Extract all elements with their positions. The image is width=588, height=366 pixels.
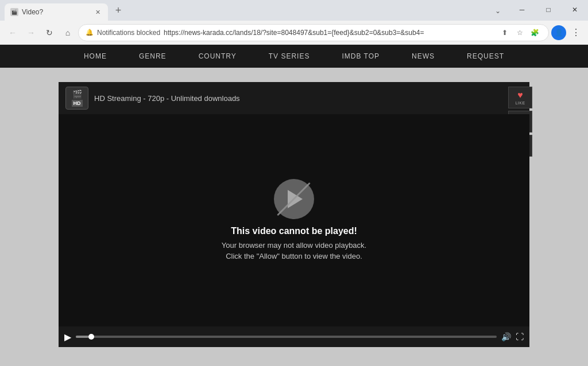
address-bar: ← → ↻ ⌂ 🔔 Notifications blocked https://… xyxy=(0,21,588,45)
website: HOME GENRE COUNTRY TV SERIES IMDB TOP NE… xyxy=(0,45,588,366)
slash-line xyxy=(277,182,311,216)
heart-icon: ♥ xyxy=(517,90,523,100)
blocked-text: This video cannot be played! Your browse… xyxy=(222,226,366,262)
site-navigation: HOME GENRE COUNTRY TV SERIES IMDB TOP NE… xyxy=(0,45,588,68)
like-button[interactable]: ♥ LIKE xyxy=(508,87,532,108)
video-title: HD Streaming - 720p - Unlimited download… xyxy=(94,94,240,103)
tab-favicon: 🎬 xyxy=(10,8,18,16)
profile-button[interactable]: 👤 xyxy=(551,25,566,40)
tab-right-controls: ⌄ xyxy=(490,3,509,21)
progress-fill xyxy=(76,336,88,338)
browser-frame: 🎬 Video? ✕ + ⌄ ─ □ ✕ ← → ↻ ⌂ 🔔 Notificat… xyxy=(0,0,588,366)
play-button[interactable]: ▶ xyxy=(64,332,71,342)
video-header: 🎬 HD HD Streaming - 720p - Unlimited dow… xyxy=(59,82,529,114)
notifications-blocked-label: Notifications blocked xyxy=(97,29,160,37)
error-sub-message-1: Your browser may not allow video playbac… xyxy=(222,240,366,251)
url-actions: ⬆ ☆ 🧩 xyxy=(498,26,541,40)
forward-button[interactable]: → xyxy=(23,25,39,41)
nav-item-request[interactable]: REQUEST xyxy=(451,45,520,68)
hd-icon: 🎬 HD xyxy=(65,87,88,110)
like-label: LIKE xyxy=(515,101,525,105)
nav-item-genre[interactable]: GENRE xyxy=(123,45,183,68)
video-controls: ▶ 🔊 ⛶ xyxy=(59,326,529,347)
nav-item-home[interactable]: HOME xyxy=(68,45,123,68)
nav-item-imdb-top[interactable]: IMDB TOP xyxy=(326,45,396,68)
window-controls: ─ □ ✕ xyxy=(509,1,588,21)
progress-thumb xyxy=(88,334,94,340)
browser-tab[interactable]: 🎬 Video? ✕ xyxy=(5,3,108,21)
fullscreen-button[interactable]: ⛶ xyxy=(516,332,524,341)
error-sub-message-2: Click the "Allow" button to view the vid… xyxy=(222,251,366,262)
close-button[interactable]: ✕ xyxy=(562,1,588,18)
lock-icon: 🔔 xyxy=(86,29,94,36)
url-text: https://news-karada.cc/lands/18/?site=80… xyxy=(164,29,494,37)
reload-button[interactable]: ↻ xyxy=(41,25,57,41)
play-blocked-overlay: This video cannot be played! Your browse… xyxy=(222,179,366,262)
minimize-button[interactable]: ─ xyxy=(509,1,535,18)
nav-item-tv-series[interactable]: TV SERIES xyxy=(253,45,326,68)
film-reel-icon: 🎬 xyxy=(72,89,82,99)
maximize-button[interactable]: □ xyxy=(535,1,562,18)
error-main-message: This video cannot be played! xyxy=(222,226,366,236)
tab-close-button[interactable]: ✕ xyxy=(93,7,102,17)
bookmark-icon[interactable]: ☆ xyxy=(513,26,527,40)
back-button[interactable]: ← xyxy=(5,25,21,41)
tab-title: Video? xyxy=(22,8,90,16)
blocked-play-icon xyxy=(274,179,314,219)
nav-item-news[interactable]: NEWS xyxy=(396,45,451,68)
volume-button[interactable]: 🔊 xyxy=(501,332,511,341)
video-main: This video cannot be played! Your browse… xyxy=(59,114,529,326)
tab-search-button[interactable]: ⌄ xyxy=(490,3,505,18)
video-player: 🎬 HD HD Streaming - 720p - Unlimited dow… xyxy=(59,82,529,347)
hd-badge: HD xyxy=(72,100,83,107)
progress-bar[interactable] xyxy=(76,336,497,338)
nav-item-country[interactable]: COUNTRY xyxy=(183,45,253,68)
menu-button[interactable]: ⋮ xyxy=(568,25,583,40)
video-wrapper: 🎬 HD HD Streaming - 720p - Unlimited dow… xyxy=(0,68,588,359)
new-tab-button[interactable]: + xyxy=(110,2,126,18)
extensions-icon[interactable]: 🧩 xyxy=(528,26,541,40)
share-icon[interactable]: ⬆ xyxy=(498,26,512,40)
home-button[interactable]: ⌂ xyxy=(60,25,76,41)
page-content: HOME GENRE COUNTRY TV SERIES IMDB TOP NE… xyxy=(0,45,588,366)
tab-bar: 🎬 Video? ✕ + ⌄ ─ □ ✕ xyxy=(0,0,588,21)
nav-items-container: HOME GENRE COUNTRY TV SERIES IMDB TOP NE… xyxy=(68,45,520,68)
url-bar[interactable]: 🔔 Notifications blocked https://news-kar… xyxy=(78,24,549,41)
